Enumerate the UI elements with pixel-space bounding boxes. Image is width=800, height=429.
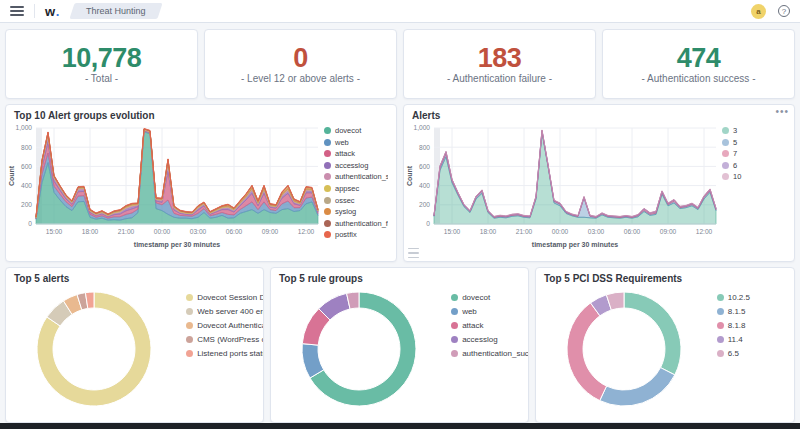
- legend-item[interactable]: authentication_succes: [451, 349, 528, 358]
- legend-item[interactable]: authentication_succes: [324, 172, 388, 181]
- legend-dot-icon: [451, 294, 458, 301]
- legend-item[interactable]: ossec: [324, 196, 388, 205]
- legend-item[interactable]: Dovecot Session Disco: [186, 293, 263, 302]
- alerts-area-chart[interactable]: 02004006008001,00015:0018:0021:0000:0003…: [404, 122, 722, 258]
- alert-groups-evolution-area-chart[interactable]: 02004006008001,00015:0018:0021:0000:0003…: [6, 122, 324, 258]
- legend-item[interactable]: accesslog: [324, 161, 388, 170]
- topbar-divider: [34, 4, 35, 18]
- legend-item[interactable]: accesslog: [451, 335, 528, 344]
- kpi-value: 10,778: [62, 44, 142, 72]
- legend-item[interactable]: 3: [722, 126, 786, 135]
- svg-text:1,000: 1,000: [413, 124, 430, 131]
- legend-label: 8.1.8: [728, 321, 746, 330]
- legend-item[interactable]: 8.1.8: [717, 321, 794, 330]
- chart-legend: dovecotwebattackaccesslogauthentication_…: [451, 293, 528, 413]
- legend-label: attack: [462, 321, 483, 330]
- kpi-card-total: 10,778 - Total -: [5, 29, 198, 99]
- legend-item[interactable]: 11.4: [717, 335, 794, 344]
- legend-item[interactable]: web: [451, 307, 528, 316]
- user-avatar[interactable]: a: [751, 4, 766, 19]
- svg-text:21:00: 21:00: [516, 228, 533, 235]
- legend-dot-icon: [451, 322, 458, 329]
- legend-item[interactable]: appsec: [324, 184, 388, 193]
- legend-item[interactable]: 7: [722, 149, 786, 158]
- kpi-label: - Authentication failure -: [447, 73, 552, 84]
- legend-item[interactable]: dovecot: [324, 126, 388, 135]
- kpi-label: - Level 12 or above alerts -: [241, 73, 360, 84]
- svg-text:400: 400: [419, 182, 430, 189]
- legend-dot-icon: [722, 150, 729, 157]
- legend-dot-icon: [324, 197, 331, 204]
- legend-label: dovecot: [462, 293, 490, 302]
- legend-label: CMS (WordPress or Jc: [197, 335, 263, 344]
- wazuh-logo[interactable]: w.: [45, 4, 60, 19]
- legend-label: 10: [733, 172, 741, 181]
- legend-item[interactable]: authentication_failed: [324, 219, 388, 228]
- svg-text:200: 200: [419, 201, 430, 208]
- top-navigation-bar: w. Threat Hunting a ?: [0, 0, 800, 23]
- legend-item[interactable]: Dovecot Authenticatic: [186, 321, 263, 330]
- legend-dot-icon: [722, 173, 729, 180]
- chart-legend: 357610: [722, 126, 786, 258]
- legend-label: appsec: [335, 184, 359, 193]
- legend-label: postfix: [335, 230, 357, 239]
- ellipsis-icon[interactable]: •••: [775, 108, 789, 116]
- svg-text:0: 0: [426, 220, 430, 227]
- panel-top5-alerts: Top 5 alerts Dovecot Session DiscoWeb se…: [5, 267, 264, 423]
- kpi-value: 0: [293, 44, 308, 72]
- legend-item[interactable]: postfix: [324, 230, 388, 239]
- top5-pci-dss-donut-chart[interactable]: [560, 285, 687, 413]
- breadcrumb[interactable]: Threat Hunting: [69, 3, 162, 19]
- kpi-label: - Authentication success -: [642, 73, 756, 84]
- legend-label: Dovecot Session Disco: [197, 293, 263, 302]
- chart-legend: Dovecot Session DiscoWeb server 400 erro…: [186, 293, 263, 413]
- top5-alerts-donut-chart[interactable]: [30, 285, 156, 413]
- chart-legend: 10.2.58.1.58.1.811.46.5: [717, 293, 794, 413]
- svg-text:600: 600: [21, 163, 32, 170]
- hamburger-menu-icon[interactable]: [10, 6, 24, 16]
- legend-dot-icon: [717, 350, 724, 357]
- legend-item[interactable]: CMS (WordPress or Jc: [186, 335, 263, 344]
- svg-text:600: 600: [419, 163, 430, 170]
- svg-text:12:00: 12:00: [298, 228, 315, 235]
- svg-text:400: 400: [21, 182, 32, 189]
- legend-item[interactable]: dovecot: [451, 293, 528, 302]
- panel-title: Top 10 Alert groups evolution: [6, 105, 396, 122]
- list-icon[interactable]: [408, 248, 419, 258]
- svg-text:03:00: 03:00: [588, 228, 605, 235]
- legend-dot-icon: [186, 308, 193, 315]
- legend-dot-icon: [324, 150, 331, 157]
- legend-dot-icon: [451, 308, 458, 315]
- legend-label: Web server 400 error: [197, 307, 263, 316]
- svg-text:15:00: 15:00: [46, 228, 63, 235]
- legend-label: accesslog: [335, 161, 368, 170]
- svg-text:09:00: 09:00: [262, 228, 279, 235]
- svg-text:15:00: 15:00: [444, 228, 461, 235]
- panel-top5-rule-groups: Top 5 rule groups dovecotwebattackaccess…: [270, 267, 529, 423]
- legend-item[interactable]: web: [324, 138, 388, 147]
- chart-legend: dovecotwebattackaccesslogauthentication_…: [324, 126, 388, 258]
- legend-item[interactable]: attack: [324, 149, 388, 158]
- top5-rule-groups-donut-chart[interactable]: [295, 285, 421, 413]
- legend-item[interactable]: 6: [722, 161, 786, 170]
- svg-text:Count: Count: [8, 165, 15, 186]
- legend-item[interactable]: Web server 400 error: [186, 307, 263, 316]
- panel-alerts: ••• Alerts 02004006008001,00015:0018:002…: [403, 104, 795, 262]
- legend-dot-icon: [722, 162, 729, 169]
- legend-item[interactable]: 5: [722, 138, 786, 147]
- legend-item[interactable]: 10: [722, 172, 786, 181]
- help-icon[interactable]: ?: [778, 5, 790, 17]
- legend-item[interactable]: syslog: [324, 207, 388, 216]
- legend-dot-icon: [324, 231, 331, 238]
- legend-item[interactable]: 8.1.5: [717, 307, 794, 316]
- kpi-card-auth-success: 474 - Authentication success -: [602, 29, 795, 99]
- legend-label: 10.2.5: [728, 293, 750, 302]
- svg-text:21:00: 21:00: [118, 228, 135, 235]
- svg-text:timestamp per 30 minutes: timestamp per 30 minutes: [134, 241, 220, 249]
- legend-item[interactable]: Listened ports status: [186, 349, 263, 358]
- legend-item[interactable]: 6.5: [717, 349, 794, 358]
- legend-label: 7: [733, 149, 737, 158]
- legend-item[interactable]: attack: [451, 321, 528, 330]
- legend-item[interactable]: 10.2.5: [717, 293, 794, 302]
- legend-dot-icon: [324, 185, 331, 192]
